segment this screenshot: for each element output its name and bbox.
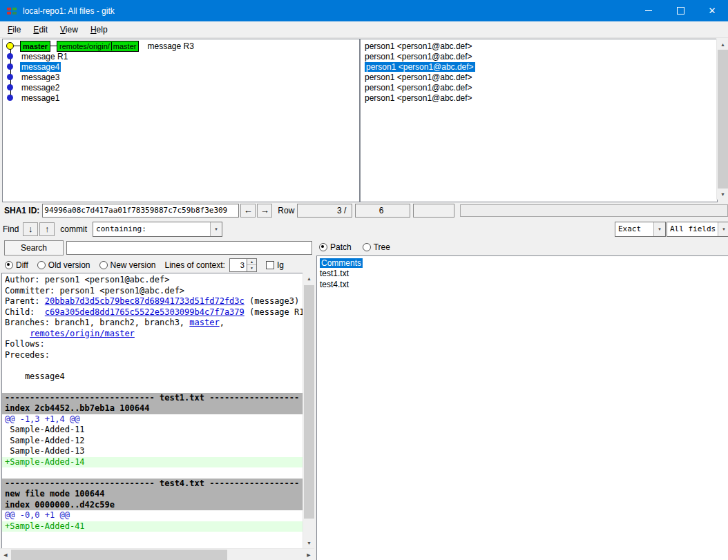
author-row[interactable]: person1 <person1@abc.def>	[361, 82, 717, 93]
diff-scrollbar-thumb[interactable]	[304, 285, 314, 519]
find-label: Find	[3, 224, 19, 234]
radio-new-version[interactable]: New version	[99, 260, 156, 270]
bottom-scrollbar[interactable]: ◀ ▶	[0, 548, 314, 560]
diff-segment: Committer: person1 <person1@abc.def>	[5, 286, 184, 296]
author-row[interactable]: person1 <person1@abc.def>	[361, 61, 717, 72]
search-button[interactable]: Search	[4, 240, 64, 255]
spin-up-icon[interactable]: ▲	[247, 259, 256, 265]
diff-line: +Sample-Added-14	[2, 457, 303, 468]
author-row[interactable]: person1 <person1@abc.def>	[361, 72, 717, 82]
scroll-down-icon[interactable]: ▼	[717, 189, 728, 200]
diff-segment: (message3)	[245, 296, 299, 306]
bottom-scrollbar-track[interactable]	[11, 549, 303, 560]
diff-scrollbar-track[interactable]	[303, 284, 315, 537]
commit-message[interactable]: message1	[21, 93, 59, 103]
author-name: person1 <person1@abc.def>	[365, 73, 472, 82]
find-prev-button[interactable]: ↑	[39, 222, 55, 236]
commit-link[interactable]: remotes/origin/master	[30, 329, 135, 338]
scroll-left-icon[interactable]: ◀	[0, 549, 11, 560]
match-type-dropdown[interactable]: Exact ▼	[615, 222, 666, 237]
menu-view[interactable]: View	[54, 21, 84, 37]
bottom-scrollbar-thumb[interactable]	[11, 550, 227, 560]
radio-icon	[363, 243, 371, 251]
radio-tree[interactable]: Tree	[363, 242, 390, 252]
file-item[interactable]: test1.txt	[317, 269, 728, 280]
row-total-value: 6	[379, 206, 384, 215]
maximize-button[interactable]	[664, 0, 696, 21]
radio-old-version[interactable]: Old version	[37, 260, 90, 270]
commit-row[interactable]: message4	[3, 61, 359, 72]
commit-message[interactable]: message R3	[147, 41, 193, 51]
radio-diff[interactable]: Diff	[5, 260, 28, 270]
diff-segment: ------------------------------ test1.txt…	[5, 393, 299, 403]
find-next-button[interactable]: ↓	[23, 222, 38, 236]
commit-link[interactable]: 20bbab7d3d5cb79bec87d68941733d51fd72fd3c	[45, 296, 245, 306]
author-row[interactable]: person1 <person1@abc.def>	[361, 93, 717, 103]
diff-segment: @@ -0,0 +1 @@	[5, 510, 70, 520]
diff-segment: ------------------------------ test4.txt…	[5, 479, 299, 488]
diff-line	[2, 467, 303, 479]
top-scrollbar-thumb[interactable]	[718, 50, 728, 189]
commit-link[interactable]: c69a305ded8dd1765c5522e5303099b4c7f7a379	[45, 307, 245, 317]
close-button[interactable]: ✕	[696, 0, 728, 21]
fields-value: All fields	[667, 224, 718, 233]
top-scrollbar[interactable]: ▲ ▼	[716, 39, 728, 200]
commit-message[interactable]: message4	[20, 62, 61, 72]
ignore-space-checkbox[interactable]: Ig	[266, 260, 284, 270]
dropdown-arrow-icon[interactable]: ▼	[210, 222, 222, 236]
diff-line: ------------------------------ test1.txt…	[2, 393, 303, 404]
file-item[interactable]: test4.txt	[317, 279, 728, 290]
containing-value: containing:	[93, 224, 210, 233]
file-item[interactable]: Comments	[317, 258, 728, 269]
commit-row[interactable]: message R1	[3, 51, 359, 61]
menu-file[interactable]: File	[1, 21, 27, 37]
commit-row[interactable]: message1	[3, 93, 359, 103]
spin-down-icon[interactable]: ▼	[247, 264, 256, 271]
dropdown-arrow-icon[interactable]: ▼	[653, 222, 665, 236]
menubar: FileEditViewHelp	[0, 21, 728, 38]
diff-line: Sample-Added-13	[2, 446, 303, 457]
menu-help[interactable]: Help	[84, 21, 114, 37]
back-button[interactable]: ←	[240, 204, 256, 218]
scroll-up-icon[interactable]: ▲	[717, 39, 728, 50]
commit-node-icon	[7, 95, 13, 101]
ref-label[interactable]: master	[20, 41, 50, 52]
diff-text: Author: person1 <person1@abc.def>Committ…	[2, 275, 303, 532]
scroll-down-icon[interactable]: ▼	[303, 537, 315, 548]
author-row[interactable]: person1 <person1@abc.def>	[361, 51, 717, 61]
diff-line: index 0000000..d42c59e	[2, 500, 303, 511]
row-label: Row	[278, 206, 294, 215]
diff-line: Follows:	[2, 339, 303, 350]
minimize-button[interactable]	[633, 0, 664, 21]
diff-line: Parent: 20bbab7d3d5cb79bec87d68941733d51…	[2, 296, 303, 307]
find-bar: Find ↓ ↑ commit containing: ▼ Exact ▼ Al…	[0, 220, 728, 238]
forward-button[interactable]: →	[257, 204, 272, 218]
lines-of-context-value[interactable]: 3	[229, 258, 247, 272]
ref-label[interactable]: remotes/origin/master	[57, 41, 139, 52]
dropdown-arrow-icon[interactable]: ▼	[718, 222, 728, 236]
commit-row[interactable]: message2	[3, 82, 359, 93]
radio-patch[interactable]: Patch	[319, 242, 352, 252]
scroll-up-icon[interactable]: ▲	[303, 273, 315, 284]
search-input[interactable]	[66, 241, 312, 255]
diff-line: Committer: person1 <person1@abc.def>	[2, 286, 303, 297]
radio-label: Patch	[330, 242, 352, 252]
containing-dropdown[interactable]: containing: ▼	[93, 222, 222, 237]
fields-dropdown[interactable]: All fields ▼	[667, 222, 728, 237]
author-row[interactable]: person1 <person1@abc.def>	[361, 41, 717, 51]
commit-row[interactable]: message3	[3, 72, 359, 82]
diff-line: @@ -0,0 +1 @@	[2, 510, 303, 521]
commit-message[interactable]: message2	[21, 83, 59, 93]
commit-message[interactable]: message3	[21, 73, 59, 82]
top-scrollbar-track[interactable]	[717, 50, 728, 189]
diff-segment: ,	[220, 318, 224, 327]
checkbox-icon	[266, 261, 274, 269]
sha1-input[interactable]	[42, 204, 239, 218]
commit-message[interactable]: message R1	[21, 52, 68, 61]
diff-scrollbar[interactable]: ▲ ▼	[303, 273, 315, 548]
diff-segment: Sample-Added-13	[5, 446, 85, 456]
menu-edit[interactable]: Edit	[27, 21, 54, 37]
scroll-right-icon[interactable]: ▶	[303, 549, 314, 560]
commit-link[interactable]: master	[189, 318, 219, 327]
commit-row[interactable]: masterremotes/origin/mastermessage R3	[3, 41, 359, 51]
